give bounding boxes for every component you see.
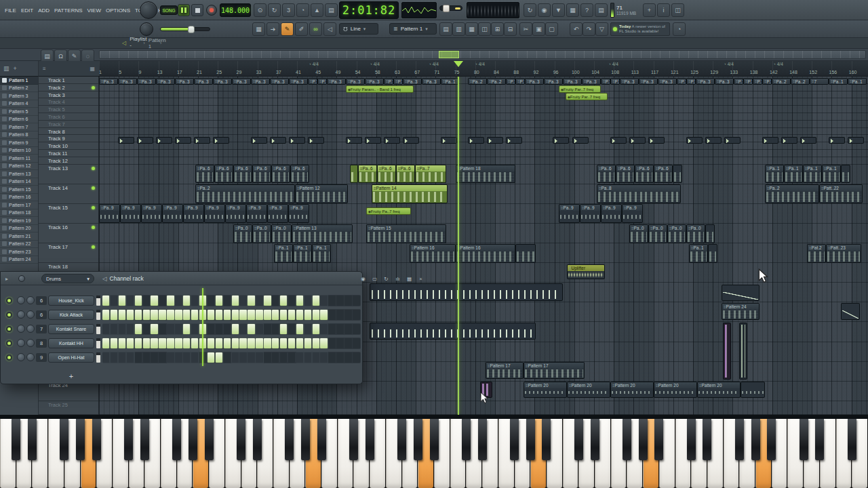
playlist-clip[interactable] [346, 137, 362, 144]
step-cell[interactable] [208, 352, 214, 363]
breadcrumb-current[interactable]: Pattern 1 [149, 37, 157, 49]
track-row[interactable]: Track 9 [39, 135, 98, 142]
playlist-clip[interactable] [724, 137, 741, 144]
step-cell[interactable] [313, 310, 319, 320]
piano-black-key[interactable] [237, 419, 245, 460]
step-cell[interactable] [191, 296, 198, 306]
step-cell[interactable] [248, 352, 254, 363]
sync-icon[interactable]: ↻ [524, 3, 536, 17]
playlist-clip[interactable] [741, 382, 765, 398]
playlist-clip[interactable] [841, 303, 860, 320]
playlist-clip[interactable] [175, 137, 191, 144]
step-cell[interactable] [102, 296, 109, 306]
channel-enable-led[interactable] [6, 298, 12, 304]
step-cell[interactable] [143, 324, 150, 334]
minimize-icon[interactable]: ▭ [370, 274, 380, 283]
playlist-clip[interactable]: Pattern 20 [524, 382, 567, 398]
step-cell[interactable] [232, 338, 239, 348]
step-cell[interactable] [167, 352, 174, 363]
step-cell[interactable] [216, 310, 222, 320]
step-cell[interactable] [111, 324, 117, 334]
step-cell[interactable] [119, 352, 125, 363]
step-cell[interactable] [135, 352, 142, 363]
metronome-icon[interactable]: ▲ [311, 3, 323, 17]
step-cell[interactable] [280, 352, 287, 363]
playlist-clip[interactable] [384, 137, 400, 144]
playlist-clip[interactable] [739, 323, 747, 380]
playlist-clip[interactable]: Pa..3 [620, 78, 639, 85]
step-cell[interactable] [272, 324, 279, 334]
keyboard-editor-icon[interactable]: ▦ [404, 274, 414, 283]
step-cell[interactable] [151, 338, 157, 348]
piano-black-key[interactable] [430, 419, 439, 460]
pause-button[interactable] [178, 4, 190, 16]
step-cell[interactable] [304, 338, 311, 348]
playlist-clip[interactable]: P.1 [734, 78, 743, 85]
step-cell[interactable] [232, 352, 239, 363]
step-cell[interactable] [272, 338, 279, 348]
time-display[interactable]: 2:01:82 [339, 1, 399, 19]
playlist-clip[interactable]: Pa..6 [233, 165, 252, 183]
step-cell[interactable] [344, 324, 351, 334]
track-row[interactable]: Track 11 [39, 150, 98, 157]
step-cell[interactable] [272, 310, 279, 320]
playlist-clip[interactable] [705, 137, 722, 144]
swap-icon[interactable]: ↻ [381, 274, 391, 283]
playlist-clip[interactable] [370, 323, 536, 340]
midi-activity-icon[interactable]: ◉ [538, 3, 551, 17]
piano-black-key[interactable] [510, 419, 519, 460]
playlist-clip[interactable]: Pa..9 [559, 204, 580, 223]
pattern-selector[interactable]: ≣ Pattern 1 ▾ [389, 23, 437, 35]
playlist-icon[interactable]: ▤ [439, 22, 452, 36]
playlist-clip[interactable]: Pa..9 [99, 204, 120, 223]
wait-icon[interactable]: ◔ [296, 3, 309, 17]
pattern-item[interactable]: Pattern 19 [0, 217, 38, 225]
info-icon[interactable]: i [657, 3, 670, 17]
step-cell[interactable] [336, 296, 343, 306]
step-cell[interactable] [313, 338, 319, 348]
playlist-clip[interactable]: Pa..2 [765, 184, 819, 203]
step-cell[interactable] [127, 338, 134, 348]
step-cell[interactable] [288, 324, 295, 334]
step-cell[interactable] [127, 324, 134, 334]
piano-black-key[interactable] [28, 419, 37, 460]
shuffle-slider[interactable] [439, 5, 462, 11]
playlist-clip[interactable]: Pa..6 [271, 165, 290, 183]
step-cell[interactable] [264, 296, 271, 306]
piano-black-key[interactable] [815, 419, 824, 460]
link-icon[interactable]: ∞ [309, 22, 322, 36]
piano-black-key[interactable] [654, 419, 663, 460]
channel-group-selector[interactable]: Drums ▾ [41, 274, 94, 283]
playlist-clip[interactable]: P.1 [515, 78, 525, 85]
pattern-item[interactable]: Pattern 13 [0, 170, 38, 178]
step-cell[interactable] [111, 296, 117, 306]
add-icon[interactable]: + [14, 65, 17, 72]
channel-enable-led[interactable] [6, 340, 12, 346]
piano-black-key[interactable] [687, 419, 696, 460]
step-cell[interactable] [328, 352, 335, 363]
step-cell[interactable] [159, 296, 165, 306]
playlist-clip[interactable]: Pa..1 [274, 244, 293, 263]
playlist-clip[interactable]: Pa..3 [289, 78, 308, 85]
step-cell[interactable] [280, 338, 287, 348]
piano-roll-icon[interactable]: ▥ [452, 22, 465, 36]
step-cell[interactable] [320, 324, 327, 334]
menu-add[interactable]: ADD [36, 6, 52, 15]
user-icon[interactable]: ◫ [671, 3, 684, 17]
playlist-clip[interactable]: Pa..6 [252, 165, 271, 183]
step-cell[interactable] [224, 338, 231, 348]
playlist-clip[interactable]: Pattern 24 [722, 303, 760, 320]
playlist-clip[interactable]: Pa..0 [667, 224, 686, 243]
playlist-clip[interactable]: Pa..0 [252, 224, 271, 243]
playlist-clip[interactable] [156, 137, 172, 144]
piano-black-key[interactable] [253, 419, 262, 460]
pattern-item[interactable]: Pattern 21 [0, 232, 38, 241]
playlist-clip[interactable]: Pa..0 [648, 224, 667, 243]
playlist-clip[interactable]: Pa..9 [622, 204, 643, 223]
step-cell[interactable] [336, 352, 343, 363]
step-cell[interactable] [135, 324, 142, 334]
channel-enable-led[interactable] [6, 312, 12, 318]
step-cell[interactable] [151, 324, 157, 334]
track-mute-led[interactable] [92, 206, 95, 209]
pattern-item[interactable]: Pattern 3 [0, 92, 38, 100]
